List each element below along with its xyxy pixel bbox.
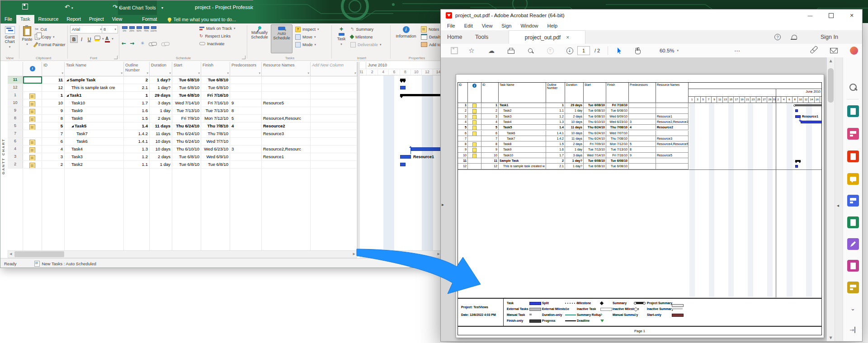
filter-icon[interactable]: ▾ (198, 71, 200, 75)
tab-resource[interactable]: Resource (34, 15, 63, 23)
menu-file[interactable]: File (443, 23, 460, 28)
cloud-upload-icon[interactable]: ☁ (486, 44, 497, 57)
undo-icon[interactable]: ↶ ▾ (65, 4, 73, 11)
percent-complete-75-button[interactable]: 75% (143, 25, 150, 34)
table-row[interactable]: 1111◢Sample Task21 day?Tue 6/8/10Tue 6/8… (8, 76, 357, 84)
panel-arrow-icon[interactable]: → (849, 327, 855, 333)
background-color-button[interactable]: ▾ (94, 35, 104, 42)
close-button[interactable]: ✕ (841, 9, 862, 21)
tab-tools[interactable]: Tools (469, 30, 495, 44)
close-tab-icon[interactable]: × (566, 34, 569, 41)
find-icon[interactable] (526, 44, 535, 57)
row-number-cell[interactable]: 5 (8, 122, 23, 130)
column-header-outline-number[interactable]: Outline Number▾ (124, 62, 150, 76)
menu-view[interactable]: View (477, 23, 497, 28)
row-number-cell[interactable]: 7 (8, 130, 23, 137)
notes-button[interactable]: Notes (421, 26, 439, 33)
tab-report[interactable]: Report (62, 15, 85, 23)
copy-button[interactable]: Copy▾ (35, 33, 55, 40)
row-number-cell[interactable]: 1 (8, 92, 23, 99)
expand-left-panel-icon[interactable]: ▸ (442, 202, 444, 207)
column-header-duration[interactable]: Duration▾ (150, 62, 172, 76)
collapse-right-panel-icon[interactable]: ◂ (837, 203, 839, 208)
underline-button[interactable]: U (85, 35, 93, 43)
percent-complete-100-button[interactable]: 100% (150, 25, 157, 34)
column-header-predecessors[interactable]: Predecessors▾ (230, 62, 262, 76)
table-row[interactable]: 44Task41.310 daysThu 6/10/10Wed 6/23/103… (8, 146, 357, 153)
column-header-finish[interactable]: Finish▾ (201, 62, 230, 76)
row-number-cell[interactable]: 6 (8, 138, 23, 145)
tell-me-box[interactable]: Tell me what you want to do... (161, 15, 236, 23)
filter-icon[interactable]: ▾ (259, 71, 260, 75)
inspect-button[interactable]: ?Inspect▾ (295, 26, 319, 33)
column-header-id[interactable]: ID▾ (42, 62, 65, 76)
gantt-horizontal-scrollbar[interactable]: ◀▶ (360, 250, 441, 258)
table-row[interactable]: 33Task31.22 daysTue 6/8/10Wed 6/9/10Reso… (8, 153, 357, 161)
combine-files-icon[interactable] (847, 195, 859, 207)
comment-icon[interactable] (847, 173, 859, 185)
row-number-cell[interactable]: 2 (8, 161, 23, 168)
more-tools-chevron-icon[interactable]: ⌄ (850, 305, 855, 312)
auto-schedule-button[interactable]: Auto Schedule (271, 24, 292, 53)
tab-format[interactable]: Format (138, 15, 161, 23)
outdent-task-button[interactable]: ← (122, 40, 126, 47)
indent-task-button[interactable]: → (130, 40, 134, 47)
filter-icon[interactable]: ▾ (354, 71, 356, 75)
bold-button[interactable]: B (70, 35, 78, 43)
inactivate-button[interactable]: Inactivate (199, 40, 225, 47)
fill-sign-icon[interactable] (847, 238, 859, 250)
table-row[interactable]: 11◢Task1129 daysTue 6/8/10Fri 7/16/10 (8, 92, 357, 99)
notifications-bell-icon[interactable] (792, 30, 797, 44)
menu-window[interactable]: Window (516, 23, 542, 28)
search-tools-icon[interactable] (847, 81, 859, 93)
menu-help[interactable]: Help (543, 23, 562, 28)
insert-summary-button[interactable]: ↰Summary (350, 26, 373, 33)
hand-tool-icon[interactable] (633, 44, 642, 57)
row-number-cell[interactable]: 12 (8, 84, 23, 91)
print-icon[interactable] (506, 44, 516, 57)
paste-button[interactable]: Paste▾ (20, 24, 34, 53)
email-icon[interactable] (829, 44, 839, 57)
maximize-button[interactable] (821, 9, 841, 21)
export-pdf-icon[interactable] (847, 105, 859, 117)
scrollbar-thumb[interactable] (14, 251, 64, 257)
insert-task-button[interactable]: + Task▾ (334, 24, 349, 53)
table-row[interactable]: 77Task71.4.211 daysThu 6/24/10Thu 7/8/10… (8, 130, 357, 138)
mark-on-track-button[interactable]: Mark on Track▾ (199, 25, 236, 32)
page-number-input[interactable]: 1 (577, 46, 590, 55)
font-size-select[interactable]: 8▾ (102, 25, 118, 33)
right-panel-toggle-strip[interactable]: ◂ (835, 57, 843, 341)
information-button[interactable]: i Information (393, 24, 419, 53)
save-icon[interactable] (22, 4, 28, 9)
usage-view-shortcut-icon[interactable] (422, 260, 431, 268)
schedule-dialog-launcher-icon[interactable] (242, 56, 245, 59)
scrollbar-thumb[interactable] (367, 251, 394, 257)
row-number-cell[interactable]: 9 (8, 107, 23, 114)
manually-schedule-button[interactable]: Manually Schedule (249, 24, 270, 53)
column-header-add-new-column[interactable]: Add New Column▾ (311, 62, 357, 76)
more-tools-icon[interactable]: ⋯ (732, 44, 743, 57)
format-painter-button[interactable]: Format Painter (35, 41, 66, 48)
measure-icon[interactable] (847, 282, 859, 293)
vertical-scrollbar[interactable]: ▲ ▼ (827, 57, 835, 341)
percent-complete-50-button[interactable]: 50% (136, 25, 142, 34)
filter-icon[interactable]: ▾ (227, 71, 229, 75)
font-family-select[interactable]: Arial▾ (70, 25, 104, 33)
create-pdf-icon[interactable] (847, 150, 859, 162)
font-color-button[interactable]: A▾ (105, 35, 113, 42)
tab-project[interactable]: Project (85, 15, 108, 23)
filter-icon[interactable]: ▾ (146, 71, 148, 75)
mode-button[interactable]: Mode▾ (295, 41, 316, 48)
customize-qat-icon[interactable]: ▾ (161, 5, 163, 11)
tab-document[interactable]: project_out.pdf × (509, 30, 585, 44)
edit-pdf-icon[interactable] (847, 260, 859, 272)
table-row[interactable]: 55◢Task51.411 daysThu 6/24/10Thu 7/8/104… (8, 122, 357, 130)
filter-icon[interactable]: ▾ (307, 71, 309, 75)
table-row[interactable]: 22Task21.11 dayTue 6/8/10Tue 6/8/10 (8, 161, 357, 169)
link-tasks-button[interactable] (149, 41, 154, 47)
row-number-cell[interactable]: 11 (8, 76, 23, 84)
font-dialog-launcher-icon[interactable] (114, 56, 118, 59)
table-row[interactable]: 88Task81.52 daysFri 7/9/10Mon 7/12/105Re… (8, 115, 357, 122)
table-row[interactable]: 99Task91.61 dayTue 7/13/10Tue 7/13/108 (8, 107, 357, 115)
row-number-cell[interactable]: 4 (8, 146, 23, 153)
